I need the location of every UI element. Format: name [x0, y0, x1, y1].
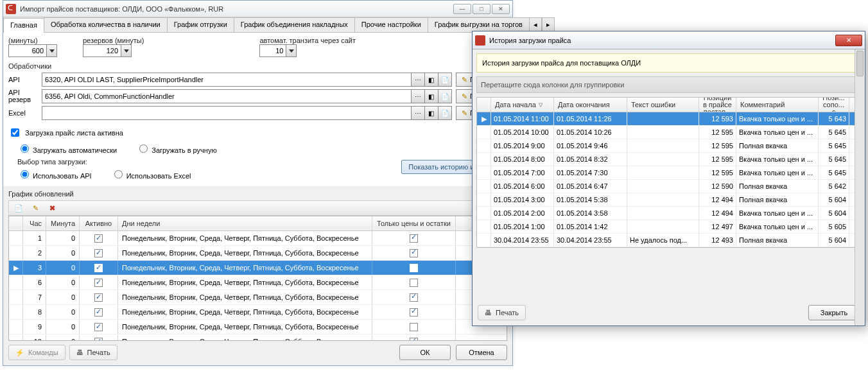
transit-combo[interactable]	[259, 44, 297, 57]
new-row-icon[interactable]: 📄	[13, 202, 24, 214]
history-row[interactable]: 01.05.2014 9:0001.05.2014 9:4612 595Полн…	[477, 139, 860, 153]
schedule-grid: Час Минута Активно Дни недели Только цен…	[8, 216, 507, 341]
excel-label: Excel	[8, 109, 38, 117]
col-comment[interactable]: Комментарий	[736, 98, 819, 112]
history-row[interactable]: 01.05.2014 8:0001.05.2014 8:3212 595Вкач…	[477, 153, 860, 166]
col-error-text[interactable]: Текст ошибки	[627, 98, 699, 112]
history-dialog: История загрузки прайса ✕ История загруз…	[472, 31, 865, 326]
reserves-combo[interactable]	[83, 44, 132, 57]
commands-button: ⚡ Команды	[8, 345, 65, 360]
dialog-close-button[interactable]: ✕	[835, 35, 862, 46]
history-row[interactable]: 01.05.2014 7:0001.05.2014 7:3012 595Вкач…	[477, 166, 860, 180]
col-end-date[interactable]: Дата окончания	[554, 98, 627, 112]
open-button[interactable]: 📄	[438, 89, 452, 103]
radio-use-excel[interactable]: Использовать Excel	[111, 168, 191, 180]
minutes-input[interactable]	[8, 44, 47, 57]
history-row[interactable]: 30.04.2014 23:5530.04.2014 23:55Не удало…	[477, 234, 860, 247]
schedule-row[interactable]: 90Понедельник, Вторник, Среда, Четверг, …	[9, 320, 507, 334]
dialog-title: История загрузки прайса	[489, 37, 571, 44]
dropdown-icon[interactable]	[286, 44, 297, 57]
maximize-button[interactable]: □	[473, 4, 490, 14]
minimize-button[interactable]: —	[453, 4, 471, 14]
col-marker[interactable]	[9, 216, 23, 230]
app-logo-icon	[6, 4, 16, 14]
schedule-row[interactable]: 80Понедельник, Вторник, Среда, Четверг, …	[9, 305, 507, 320]
clear-button[interactable]: ◧	[424, 73, 438, 87]
tab-4[interactable]: Прочие настройки	[354, 17, 428, 32]
tab-scroll-left[interactable]: ◂	[529, 17, 542, 32]
history-row[interactable]: 01.05.2014 10:0001.05.2014 10:2612 595Вк…	[477, 126, 860, 139]
col-marker[interactable]	[477, 98, 491, 112]
history-row[interactable]: 01.05.2014 2:0001.05.2014 3:5812 494Вкач…	[477, 207, 860, 220]
tab-2[interactable]: График отгрузки	[167, 17, 234, 32]
ellipsis-button[interactable]: ⋯	[411, 89, 425, 103]
radio-load-manual[interactable]: Загружать в ручную	[136, 143, 216, 154]
col-positions[interactable]: Позиций в прайсе постав...	[699, 98, 736, 112]
dialog-close-bottom-button[interactable]: Закрыть	[808, 305, 860, 320]
schedule-row[interactable]: 60Понедельник, Вторник, Среда, Четверг, …	[9, 275, 507, 290]
col-days[interactable]: Дни недели	[118, 216, 372, 230]
clear-button[interactable]: ◧	[424, 89, 438, 103]
load-active-label: Загрузка прайс листа активна	[25, 129, 123, 137]
col-prices-only[interactable]: Только цены и остатки	[372, 216, 456, 230]
dropdown-icon[interactable]	[47, 44, 57, 57]
radio-use-api[interactable]: Использовать API	[17, 168, 92, 180]
history-row[interactable]: ▶01.05.2014 11:0001.05.2014 11:2612 593В…	[477, 112, 860, 126]
load-active-checkbox[interactable]	[11, 128, 19, 137]
schedule-row[interactable]: 70Понедельник, Вторник, Среда, Четверг, …	[9, 290, 507, 305]
dialog-info-banner: История загрузки прайса для поставщика О…	[476, 53, 861, 73]
history-row[interactable]: 01.05.2014 3:0001.05.2014 5:3812 494Полн…	[477, 193, 860, 207]
col-hour[interactable]: Час	[23, 216, 46, 230]
handlers-label: Обработчики	[8, 62, 507, 70]
tab-5[interactable]: График выгрузки на торгов	[428, 17, 530, 32]
tab-3[interactable]: График объединения накладных	[234, 17, 355, 32]
excel-input[interactable]	[42, 106, 412, 120]
tab-0[interactable]: Главная	[3, 18, 44, 33]
api-reserve-label: API резерв	[8, 89, 38, 103]
col-matched[interactable]: Пози... сопо... с	[819, 98, 849, 112]
api-reserve-input[interactable]	[42, 89, 412, 103]
schedule-row[interactable]: 10Понедельник, Вторник, Среда, Четверг, …	[9, 231, 507, 246]
schedule-row[interactable]: 100Понедельник, Вторник, Среда, Четверг,…	[9, 334, 507, 340]
dialog-scrollbar[interactable]	[855, 49, 865, 325]
history-row[interactable]: 01.05.2014 6:0001.05.2014 6:4712 590Полн…	[477, 180, 860, 193]
ellipsis-button[interactable]: ⋯	[411, 73, 425, 87]
minutes-combo[interactable]	[8, 44, 57, 57]
main-window: Импорт прайсов поставщиков: ОЛДИ, ООО «Ф…	[3, 0, 513, 366]
ok-button[interactable]: ОК	[399, 345, 451, 360]
close-button[interactable]: ✕	[492, 4, 510, 14]
transit-input[interactable]	[259, 44, 286, 57]
dropdown-icon[interactable]	[121, 44, 132, 57]
col-minute[interactable]: Минута	[46, 216, 80, 230]
api-label: API	[8, 76, 38, 83]
tab-bar: ГлавнаяОбработка количества в наличииГра…	[3, 17, 512, 33]
group-panel[interactable]: Перетащите сюда колонки для группировки	[476, 76, 861, 93]
window-title: Импорт прайсов поставщиков: ОЛДИ, ООО «Ф…	[20, 5, 453, 13]
dialog-print-button[interactable]: 🖶 Печать	[478, 305, 526, 320]
reserves-input[interactable]	[83, 44, 121, 57]
app-logo-icon	[475, 35, 485, 46]
api-input[interactable]	[42, 73, 412, 87]
cancel-button[interactable]: Отмена	[456, 345, 507, 360]
radio-load-auto[interactable]: Загружать автоматически	[17, 143, 117, 154]
titlebar[interactable]: Импорт прайсов поставщиков: ОЛДИ, ООО «Ф…	[3, 1, 512, 17]
label-auto-transit: автомат. транзита через сайт	[259, 37, 356, 44]
col-active[interactable]: Активно	[80, 216, 118, 230]
delete-row-icon[interactable]: ✖	[46, 202, 58, 214]
label-minutes: (минуты)	[8, 37, 57, 44]
schedule-label: График обновлений	[8, 190, 512, 198]
edit-row-icon[interactable]: ✎	[30, 202, 41, 214]
open-button[interactable]: 📄	[438, 106, 452, 120]
schedule-row[interactable]: 20Понедельник, Вторник, Среда, Четверг, …	[9, 246, 507, 261]
tab-scroll-right[interactable]: ▸	[542, 17, 555, 32]
print-button[interactable]: 🖶 Печать	[69, 345, 117, 360]
ellipsis-button[interactable]: ⋯	[411, 106, 425, 120]
col-start-date[interactable]: Дата начала▽	[491, 98, 554, 112]
clear-button[interactable]: ◧	[424, 106, 438, 120]
history-row[interactable]: 01.05.2014 1:0001.05.2014 1:4212 497Вкач…	[477, 220, 860, 234]
open-button[interactable]: 📄	[438, 73, 452, 87]
tab-1[interactable]: Обработка количества в наличии	[44, 17, 168, 32]
schedule-toolbar: 📄 ✎ ✖	[8, 200, 507, 216]
schedule-row[interactable]: ▶30Понедельник, Вторник, Среда, Четверг,…	[9, 261, 507, 275]
dialog-titlebar[interactable]: История загрузки прайса ✕	[473, 31, 865, 49]
